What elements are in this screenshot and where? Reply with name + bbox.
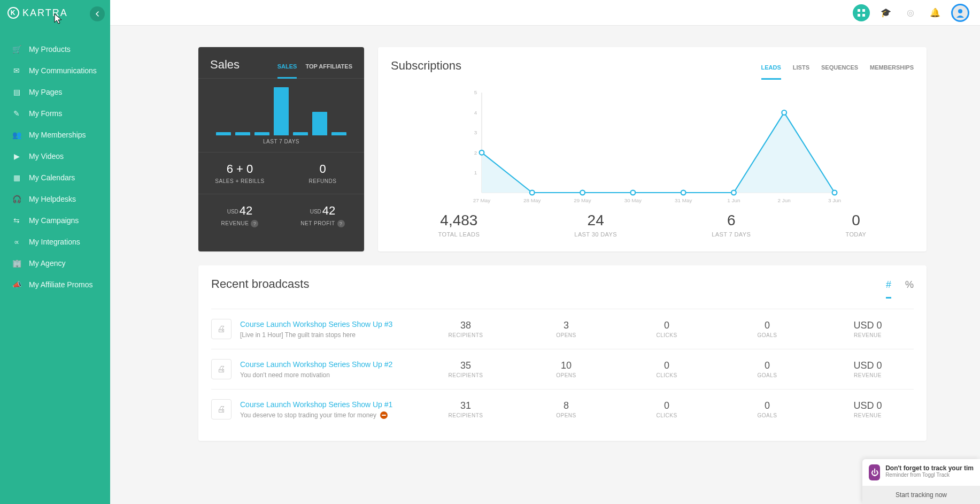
brand-text: KARTRA	[22, 7, 68, 19]
broadcast-subject: [Live in 1 Hour] The guilt train stops h…	[240, 331, 411, 339]
help-icon[interactable]: ?	[337, 220, 345, 227]
broadcasts-tab-number[interactable]: #	[886, 279, 891, 298]
sidebar-collapse-button[interactable]	[90, 6, 105, 21]
subs-tab-sequences[interactable]: SEQUENCES	[821, 64, 858, 79]
stat-value: 0	[845, 212, 866, 229]
stat-label: REFUNDS	[283, 178, 362, 184]
chevron-left-icon	[95, 11, 100, 17]
metric-goals: 0GOALS	[721, 360, 813, 378]
broadcast-type-icon: 🖨	[211, 359, 232, 379]
metric-revenue: USD 0REVENUE	[822, 320, 914, 338]
bar	[235, 132, 250, 135]
toggl-toast: ⏻ Don't forget to track your tim Reminde…	[862, 459, 980, 504]
svg-text:27 May: 27 May	[473, 197, 490, 203]
sidebar-item-products[interactable]: 🛒My Products	[0, 39, 110, 60]
stat-value: 0	[283, 162, 362, 176]
broadcast-link[interactable]: Course Launch Workshop Series Show Up #1	[240, 400, 392, 409]
sidebar-item-pages[interactable]: ▤My Pages	[0, 81, 110, 103]
stat-value: 6	[712, 212, 751, 229]
sidebar-item-label: My Memberships	[29, 131, 86, 139]
sidebar-item-label: My Videos	[29, 152, 64, 161]
sidebar-item-communications[interactable]: ✉My Communications	[0, 60, 110, 81]
svg-rect-2	[858, 14, 860, 17]
sales-chart-label: LAST 7 DAYS	[198, 135, 364, 152]
currency: USD	[310, 209, 321, 215]
notifications-button[interactable]: 🔔	[927, 4, 944, 21]
sales-tab-affiliates[interactable]: TOP AFFILIATES	[305, 63, 352, 78]
sidebar-item-integrations[interactable]: ∝My Integrations	[0, 231, 110, 253]
no-entry-icon	[380, 411, 388, 419]
stat-label: SALES + REBILLS	[200, 178, 279, 184]
helpdesk-icon: 🎧	[12, 195, 21, 203]
affiliate-icon: 📣	[12, 280, 21, 289]
subs-tab-lists[interactable]: LISTS	[793, 64, 809, 79]
toast-start-button[interactable]: Start tracking now	[862, 486, 980, 504]
stat-last30: 24LAST 30 DAYS	[574, 212, 617, 238]
mail-icon: ✉	[12, 66, 21, 75]
stat-revenue: USD42 REVENUE?	[198, 194, 281, 237]
toast-subtitle: Reminder from Toggl Track	[885, 472, 974, 478]
svg-point-13	[530, 190, 535, 195]
broadcasts-card: Recent broadcasts # % 🖨 Course Launch Wo…	[198, 265, 927, 441]
broadcast-row: 🖨 Course Launch Workshop Series Show Up …	[211, 349, 914, 389]
academy-button[interactable]: 🎓	[877, 4, 894, 21]
bar	[274, 87, 289, 135]
metric-clicks: 0CLICKS	[621, 360, 713, 378]
sidebar-item-label: My Communications	[29, 66, 97, 75]
svg-text:4: 4	[474, 110, 477, 116]
svg-point-4	[958, 9, 962, 13]
sidebar-item-forms[interactable]: ✎My Forms	[0, 103, 110, 124]
svg-text:1 Jun: 1 Jun	[727, 197, 740, 203]
svg-text:5: 5	[474, 89, 477, 95]
svg-point-18	[782, 110, 786, 115]
broadcasts-tab-percent[interactable]: %	[905, 279, 914, 298]
svg-point-17	[731, 190, 736, 195]
stat-value: 42	[322, 204, 335, 217]
sidebar: K KARTRA 🛒My Products ✉My Communications…	[0, 0, 110, 504]
stat-last7: 6LAST 7 DAYS	[712, 212, 751, 238]
sync-button[interactable]: ◎	[902, 4, 919, 21]
sidebar-item-calendars[interactable]: ▦My Calendars	[0, 167, 110, 188]
sidebar-item-memberships[interactable]: 👥My Memberships	[0, 124, 110, 146]
currency: USD	[227, 209, 238, 215]
sidebar-item-videos[interactable]: ▶My Videos	[0, 146, 110, 167]
svg-text:31 May: 31 May	[675, 197, 692, 203]
broadcasts-title: Recent broadcasts	[211, 277, 309, 291]
svg-rect-3	[862, 14, 865, 17]
svg-text:1: 1	[474, 170, 477, 175]
sidebar-item-label: My Forms	[29, 109, 62, 118]
sidebar-item-helpdesks[interactable]: 🎧My Helpdesks	[0, 188, 110, 210]
marketplace-button[interactable]	[853, 4, 870, 21]
user-avatar[interactable]	[951, 4, 969, 22]
stat-value: 24	[574, 212, 617, 229]
stat-refunds: 0 REFUNDS	[281, 152, 364, 194]
stat-label: TODAY	[845, 231, 866, 238]
svg-point-14	[580, 190, 585, 195]
integrations-icon: ∝	[12, 238, 21, 246]
subs-tab-memberships[interactable]: MEMBERSHIPS	[870, 64, 914, 79]
svg-point-15	[630, 190, 635, 195]
stat-total-leads: 4,483TOTAL LEADS	[438, 212, 480, 238]
video-icon: ▶	[12, 152, 21, 161]
topbar: 🎓 ◎ 🔔	[110, 0, 980, 26]
sidebar-item-agency[interactable]: 🏢My Agency	[0, 253, 110, 274]
metric-recipients: 31RECIPIENTS	[420, 400, 512, 418]
subscriptions-title: Subscriptions	[391, 59, 461, 73]
sidebar-item-affiliate[interactable]: 📣My Affiliate Promos	[0, 274, 110, 295]
sales-tab-sales[interactable]: SALES	[277, 63, 297, 78]
metric-recipients: 38RECIPIENTS	[420, 320, 512, 338]
svg-point-12	[480, 150, 484, 155]
broadcast-type-icon: 🖨	[211, 399, 232, 419]
toast-title: Don't forget to track your tim	[885, 464, 974, 472]
subs-tab-leads[interactable]: LEADS	[761, 64, 781, 79]
sidebar-item-label: My Campaigns	[29, 216, 79, 225]
bar	[293, 132, 308, 135]
stat-value: 6 + 0	[200, 162, 279, 176]
broadcast-link[interactable]: Course Launch Workshop Series Show Up #3	[240, 320, 392, 329]
help-icon[interactable]: ?	[251, 220, 258, 227]
metric-opens: 3OPENS	[520, 320, 612, 338]
broadcast-link[interactable]: Course Launch Workshop Series Show Up #2	[240, 360, 392, 369]
sidebar-item-campaigns[interactable]: ⇆My Campaigns	[0, 210, 110, 231]
brand-logo: K KARTRA	[7, 7, 68, 19]
toggl-icon: ⏻	[869, 464, 880, 480]
